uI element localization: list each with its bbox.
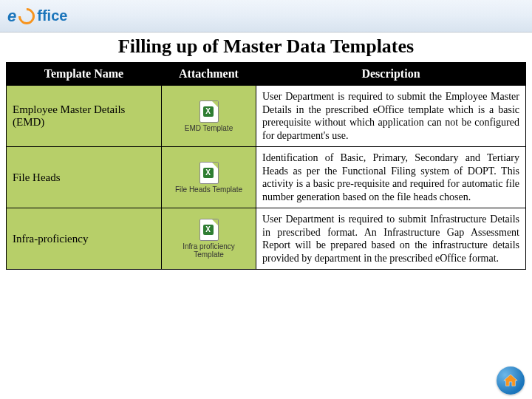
eoffice-logo: e ffice: [7, 7, 67, 26]
attachment-label: Infra proficiency Template: [168, 242, 250, 259]
attachment-label: EMD Template: [185, 124, 233, 132]
logo-swirl-icon: [16, 4, 38, 27]
app-header: e ffice: [0, 0, 532, 33]
attachment-cell[interactable]: Infra proficiency Template: [162, 208, 256, 270]
excel-file-icon: [200, 100, 219, 123]
table-row: File Heads File Heads Template Identific…: [7, 147, 526, 208]
template-description: User Department is required to submit In…: [256, 208, 526, 270]
logo-prefix: e: [7, 7, 16, 26]
logo-suffix: ffice: [37, 7, 67, 24]
template-name: File Heads: [7, 147, 162, 208]
header-name: Template Name: [7, 63, 162, 86]
header-attachment: Attachment: [162, 63, 256, 86]
template-description: User Department is required to submit th…: [256, 86, 526, 147]
templates-table: Template Name Attachment Description Emp…: [6, 62, 526, 270]
header-description: Description: [256, 63, 526, 86]
home-icon: [502, 372, 519, 389]
table-row: Employee Master Details (EMD) EMD Templa…: [7, 86, 526, 147]
table-row: Infra-proficiency Infra proficiency Temp…: [7, 208, 526, 270]
excel-file-icon: [200, 162, 219, 184]
template-name: Employee Master Details (EMD): [7, 86, 162, 147]
attachment-cell[interactable]: EMD Template: [162, 86, 256, 147]
template-description: Identification of Basic, Primary, Second…: [256, 147, 526, 208]
attachment-cell[interactable]: File Heads Template: [162, 147, 256, 208]
home-button[interactable]: [497, 366, 525, 395]
attachment-label: File Heads Template: [175, 185, 242, 194]
page-title: Filling up of Master Data Templates: [0, 35, 532, 58]
excel-file-icon: [200, 219, 219, 241]
template-name: Infra-proficiency: [7, 208, 162, 270]
table-header-row: Template Name Attachment Description: [7, 63, 526, 86]
